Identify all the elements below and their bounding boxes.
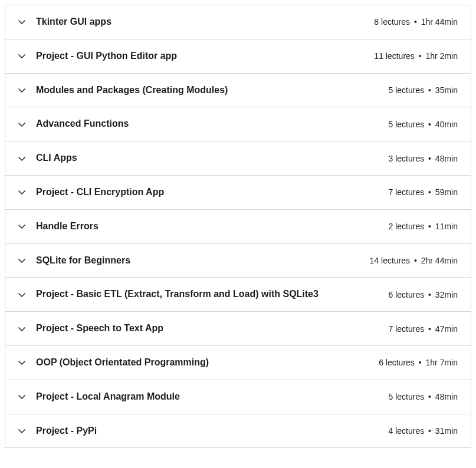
section-title: Project - PyPi <box>36 425 388 437</box>
meta-separator: • <box>419 51 422 61</box>
meta-separator: • <box>428 120 431 129</box>
section-lectures: 6 lectures <box>388 290 424 299</box>
section-meta: 6 lectures • 32min <box>388 290 458 299</box>
section-lectures: 7 lectures <box>388 324 424 334</box>
section-row[interactable]: Advanced Functions 5 lectures • 40min <box>5 107 471 141</box>
chevron-down-icon <box>18 155 25 162</box>
chevron-down-icon <box>18 223 25 230</box>
section-title: Project - Local Anagram Module <box>36 391 388 403</box>
section-row[interactable]: Project - Local Anagram Module 5 lecture… <box>5 380 471 414</box>
section-title: OOP (Object Orientated Programming) <box>36 357 379 369</box>
section-meta: 5 lectures • 48min <box>388 392 458 401</box>
section-meta: 3 lectures • 48min <box>388 154 458 163</box>
section-title: Modules and Packages (Creating Modules) <box>36 84 388 97</box>
chevron-down-icon <box>18 393 25 400</box>
chevron-down-icon <box>18 291 25 298</box>
section-title: Handle Errors <box>36 220 388 233</box>
section-row[interactable]: Project - GUI Python Editor app 11 lectu… <box>5 39 471 74</box>
section-meta: 14 lectures • 2hr 44min <box>370 256 458 265</box>
meta-separator: • <box>428 392 431 401</box>
chevron-down-icon <box>18 18 25 25</box>
section-row[interactable]: OOP (Object Orientated Programming) 6 le… <box>5 345 471 380</box>
section-row[interactable]: Project - Speech to Text App 7 lectures … <box>5 311 471 346</box>
section-lectures: 5 lectures <box>388 120 424 129</box>
section-lectures: 5 lectures <box>388 85 424 95</box>
meta-separator: • <box>428 85 431 95</box>
chevron-down-icon <box>18 257 25 264</box>
chevron-down-icon <box>18 359 25 366</box>
section-row[interactable]: CLI Apps 3 lectures • 48min <box>5 141 471 176</box>
section-title: CLI Apps <box>36 152 388 164</box>
section-lectures: 11 lectures <box>374 51 414 61</box>
section-title: SQLite for Beginners <box>36 255 370 267</box>
meta-separator: • <box>419 358 422 367</box>
section-duration: 40min <box>435 120 458 129</box>
section-meta: 7 lectures • 47min <box>388 324 458 334</box>
section-duration: 32min <box>435 290 458 299</box>
meta-separator: • <box>414 17 417 27</box>
section-duration: 2hr 44min <box>421 256 458 265</box>
section-lectures: 3 lectures <box>388 154 424 163</box>
chevron-down-icon <box>18 52 25 60</box>
section-title: Project - Basic ETL (Extract, Transform … <box>36 288 388 301</box>
section-meta: 7 lectures • 59min <box>388 187 458 197</box>
chevron-down-icon <box>18 325 25 332</box>
chevron-down-icon <box>18 121 25 128</box>
section-duration: 35min <box>435 85 458 95</box>
chevron-down-icon <box>18 427 25 434</box>
section-row[interactable]: Project - CLI Encryption App 7 lectures … <box>5 175 471 210</box>
section-meta: 6 lectures • 1hr 7min <box>379 358 458 367</box>
section-duration: 1hr 2min <box>426 51 458 61</box>
section-lectures: 7 lectures <box>388 187 424 197</box>
section-title: Project - GUI Python Editor app <box>36 50 374 62</box>
section-meta: 5 lectures • 35min <box>388 85 458 95</box>
meta-separator: • <box>428 154 431 163</box>
section-lectures: 2 lectures <box>388 222 424 231</box>
meta-separator: • <box>414 256 417 265</box>
section-lectures: 6 lectures <box>379 358 415 367</box>
meta-separator: • <box>428 324 431 334</box>
section-duration: 47min <box>435 324 458 334</box>
section-row[interactable]: SQLite for Beginners 14 lectures • 2hr 4… <box>5 243 471 278</box>
section-row[interactable]: Modules and Packages (Creating Modules) … <box>5 73 471 108</box>
section-meta: 8 lectures • 1hr 44min <box>374 17 458 27</box>
section-duration: 59min <box>435 187 458 197</box>
section-duration: 1hr 44min <box>421 17 458 27</box>
section-meta: 5 lectures • 40min <box>388 120 458 129</box>
meta-separator: • <box>428 187 431 197</box>
section-duration: 48min <box>435 392 458 401</box>
section-title: Project - CLI Encryption App <box>36 186 388 199</box>
section-meta: 4 lectures • 31min <box>388 426 458 436</box>
section-row[interactable]: Tkinter GUI apps 8 lectures • 1hr 44min <box>5 5 471 39</box>
section-title: Tkinter GUI apps <box>36 16 374 28</box>
section-duration: 31min <box>435 426 458 436</box>
section-duration: 11min <box>435 222 458 231</box>
section-row[interactable]: Project - Basic ETL (Extract, Transform … <box>5 277 471 312</box>
chevron-down-icon <box>18 189 25 196</box>
meta-separator: • <box>428 426 431 436</box>
section-row[interactable]: Handle Errors 2 lectures • 11min <box>5 209 471 244</box>
meta-separator: • <box>428 290 431 299</box>
section-meta: 2 lectures • 11min <box>388 222 458 231</box>
course-section-list: Tkinter GUI apps 8 lectures • 1hr 44min … <box>5 5 471 448</box>
section-duration: 1hr 7min <box>426 358 458 367</box>
section-title: Advanced Functions <box>36 118 388 130</box>
section-meta: 11 lectures • 1hr 2min <box>374 51 458 61</box>
section-duration: 48min <box>435 154 458 163</box>
meta-separator: • <box>428 222 431 231</box>
section-lectures: 4 lectures <box>388 426 424 436</box>
section-title: Project - Speech to Text App <box>36 322 388 335</box>
section-lectures: 5 lectures <box>388 392 424 401</box>
section-lectures: 8 lectures <box>374 17 410 27</box>
chevron-down-icon <box>18 87 25 94</box>
section-lectures: 14 lectures <box>370 256 410 265</box>
section-row[interactable]: Project - PyPi 4 lectures • 31min <box>5 414 471 449</box>
